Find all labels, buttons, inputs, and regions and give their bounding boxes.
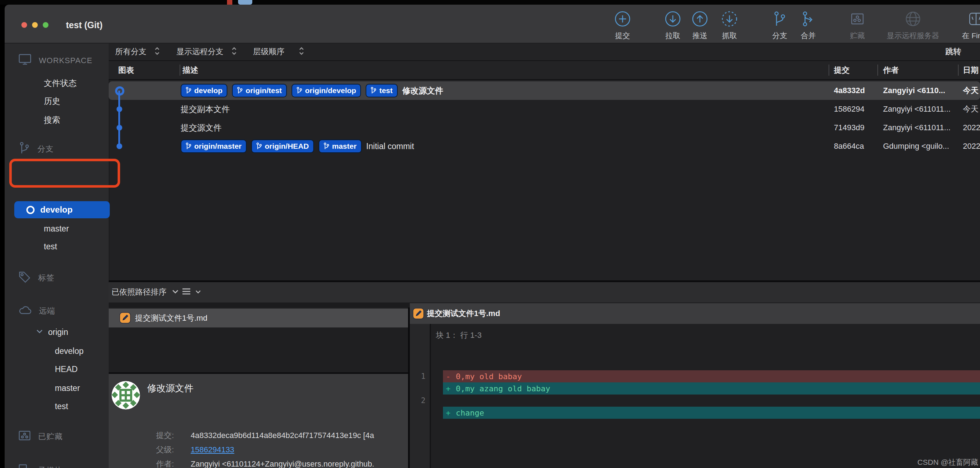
column-header-author[interactable]: 作者	[883, 65, 899, 76]
sidebar-branch-develop-selected[interactable]: develop	[14, 201, 110, 218]
sidebar-item-file-status[interactable]: 文件状态	[44, 78, 76, 89]
arrow-down-dashed-circle-icon	[721, 10, 738, 29]
commit-hash: 1586294	[834, 104, 865, 114]
commit-field-label: 提交:	[135, 430, 174, 441]
branch-badge: master	[318, 139, 362, 153]
commit-row[interactable]: origin/master origin/HEAD master Initial…	[109, 137, 980, 155]
commit-author: Zangyiyi <611011...	[883, 123, 950, 133]
branch-badge: test	[366, 84, 397, 97]
app-window: test (Git) 提交 拉取 推送 抓取	[5, 5, 980, 468]
file-sort-bar: 已依照路径排序	[109, 282, 980, 302]
parent-commit-link[interactable]: 1586294133	[191, 445, 234, 454]
commit-field-value: 4a8332deca9b6d114a8e84b2c4f717574413e19c…	[191, 431, 374, 440]
commit-row[interactable]: 提交副本文件 1586294 Zangyiyi <611011... 今天	[109, 100, 980, 118]
monitor-icon	[18, 54, 32, 68]
commit-graph-line	[118, 91, 120, 146]
remote-branches-dropdown[interactable]: 显示远程分支	[177, 46, 237, 57]
tag-icon	[18, 271, 31, 285]
line-number: 2	[410, 396, 425, 405]
current-branch-icon	[26, 206, 35, 214]
diff-added-line: + change	[443, 407, 980, 419]
sidebar-branch-master[interactable]: master	[44, 224, 69, 234]
branch-badge: origin/master	[181, 139, 247, 153]
stash-box-icon	[18, 430, 31, 443]
hamburger-list-icon	[182, 288, 191, 296]
branch-badge: origin/test	[232, 84, 287, 97]
sidebar-remote-origin-develop[interactable]: develop	[55, 347, 84, 356]
commit-graph-node-head	[115, 86, 124, 96]
zoom-window-button[interactable]	[43, 22, 48, 28]
sidebar-item-search[interactable]: 搜索	[44, 115, 60, 126]
branch-badge: origin/HEAD	[251, 139, 314, 153]
watermark-text: CSDN @社畜阿藏	[917, 457, 978, 467]
open-in-finder-button-label: 在 Finde	[962, 31, 980, 41]
stashes-section-header: 已贮藏	[18, 430, 63, 443]
plus-circle-icon	[614, 10, 631, 29]
commit-message-title: 修改源文件	[147, 382, 194, 395]
column-header-graph[interactable]: 图表	[118, 65, 134, 76]
commit-description: Initial commit	[366, 142, 414, 151]
sidebar-remote-origin-master[interactable]: master	[55, 383, 80, 393]
jump-to-label[interactable]: 跳转	[945, 46, 961, 57]
commit-author: Zangyiyi <611011...	[883, 104, 950, 114]
sort-order-dropdown[interactable]: 已依照路径排序	[111, 287, 178, 297]
cloud-icon	[18, 305, 32, 317]
chevron-down-icon	[172, 289, 178, 295]
chevron-down-icon[interactable]	[36, 329, 43, 335]
sidebar: WORKSPACE 文件状态 历史 搜索 分支 develop master t…	[5, 43, 110, 468]
view-options-dropdown[interactable]	[182, 288, 201, 296]
column-header-commit[interactable]: 提交	[834, 65, 850, 76]
merge-icon	[800, 10, 817, 29]
parent-field-label: 父级:	[135, 444, 174, 455]
history-table-header: 图表 描述 提交 作者 日期	[109, 61, 980, 80]
modified-file-icon	[413, 308, 424, 321]
commit-hash: 4a8332d	[834, 86, 865, 95]
commit-graph-node	[116, 125, 122, 131]
close-window-button[interactable]	[21, 22, 27, 28]
diff-line-number-gutter: 1 2	[410, 324, 431, 468]
branch-filter-dropdown[interactable]: 所有分支	[115, 46, 160, 57]
show-remote-button-label: 显示远程服务器	[887, 31, 939, 41]
commit-author: Zangyiyi <6110...	[883, 86, 945, 95]
open-in-finder-button[interactable]: 在 Finde	[942, 10, 980, 41]
workspace-section-header: WORKSPACE	[18, 54, 92, 68]
submodules-section-header: 子模块	[18, 464, 63, 468]
column-header-description[interactable]: 描述	[183, 65, 198, 76]
branch-badge: origin/develop	[291, 84, 361, 97]
sidebar-branch-test[interactable]: test	[44, 242, 57, 251]
diff-panel: 提交测试文件1号.md 1 2 块 1： 行 1-3 - 0,my old ba…	[410, 303, 980, 468]
commit-description: 提交副本文件	[181, 104, 230, 115]
minimize-window-button[interactable]	[32, 22, 38, 28]
modified-file-icon	[119, 312, 131, 325]
branch-icon	[18, 142, 30, 157]
commit-row[interactable]: 提交源文件 71493d9 Zangyiyi <611011... 2022	[109, 118, 980, 137]
author-field-label: 作者:	[135, 459, 174, 468]
changed-files-panel: 提交测试文件1号.md	[109, 307, 408, 372]
commit-date: 今天	[963, 104, 978, 115]
commit-row-selected[interactable]: develop origin/test origin/develop test …	[109, 81, 980, 100]
remotes-section-header: 远端	[18, 305, 55, 317]
file-row-selected[interactable]: 提交测试文件1号.md	[109, 308, 408, 327]
sidebar-item-history[interactable]: 历史	[44, 96, 60, 107]
commit-details-panel: 修改源文件 提交: 4a8332deca9b6d114a8e84b2c4f717…	[109, 374, 408, 468]
sidebar-remote-origin-head[interactable]: HEAD	[55, 364, 78, 374]
fetch-button-label: 抓取	[722, 31, 737, 41]
sidebar-remote-origin[interactable]: origin	[36, 327, 68, 337]
sourcetree-dock-icon-fragment	[238, 0, 252, 5]
history-filter-bar	[109, 43, 980, 61]
commit-date: 2022	[963, 142, 980, 151]
submodule-icon	[18, 464, 31, 468]
commit-graph-node	[116, 106, 122, 112]
window-title: test (Git)	[66, 20, 103, 30]
line-number: 1	[410, 372, 425, 380]
diff-file-header[interactable]: 提交测试文件1号.md	[410, 303, 980, 324]
show-remote-button[interactable]: 显示远程服务器	[879, 10, 947, 41]
commit-author: Gdumping <guilo...	[883, 142, 949, 151]
commit-graph-node	[116, 144, 122, 149]
sidebar-remote-origin-test[interactable]: test	[55, 402, 68, 411]
updown-chevrons-icon	[231, 46, 237, 57]
order-dropdown[interactable]: 层级顺序	[253, 46, 304, 57]
column-header-date[interactable]: 日期	[963, 65, 978, 76]
file-name: 提交测试文件1号.md	[135, 313, 207, 324]
stash-box-icon	[849, 10, 866, 29]
